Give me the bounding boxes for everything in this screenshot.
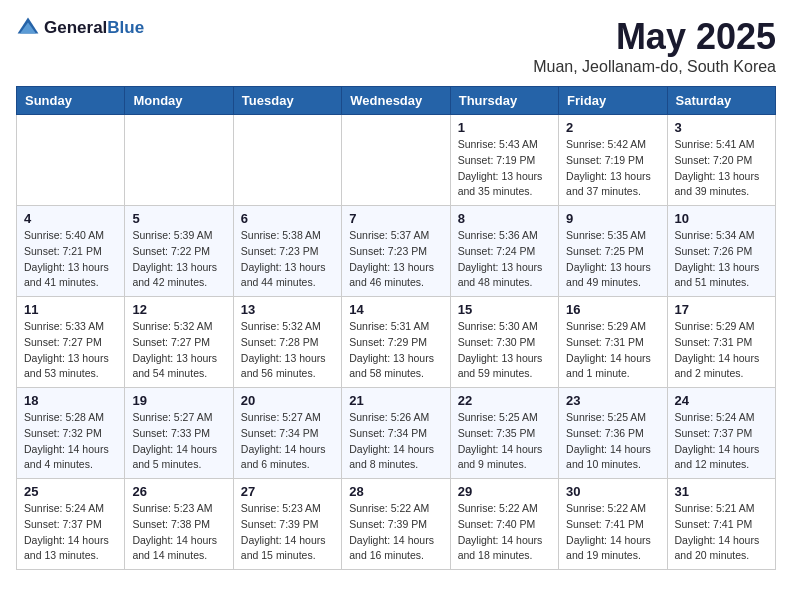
day-info: Sunrise: 5:31 AMSunset: 7:29 PMDaylight:… bbox=[349, 319, 442, 382]
day-cell: 30Sunrise: 5:22 AMSunset: 7:41 PMDayligh… bbox=[559, 479, 667, 570]
day-info: Sunrise: 5:23 AMSunset: 7:38 PMDaylight:… bbox=[132, 501, 225, 564]
day-cell: 24Sunrise: 5:24 AMSunset: 7:37 PMDayligh… bbox=[667, 388, 775, 479]
day-cell: 9Sunrise: 5:35 AMSunset: 7:25 PMDaylight… bbox=[559, 206, 667, 297]
day-info: Sunrise: 5:26 AMSunset: 7:34 PMDaylight:… bbox=[349, 410, 442, 473]
day-number: 20 bbox=[241, 393, 334, 408]
day-info: Sunrise: 5:37 AMSunset: 7:23 PMDaylight:… bbox=[349, 228, 442, 291]
day-number: 23 bbox=[566, 393, 659, 408]
week-row-2: 4Sunrise: 5:40 AMSunset: 7:21 PMDaylight… bbox=[17, 206, 776, 297]
day-info: Sunrise: 5:34 AMSunset: 7:26 PMDaylight:… bbox=[675, 228, 768, 291]
weekday-header-saturday: Saturday bbox=[667, 87, 775, 115]
day-info: Sunrise: 5:39 AMSunset: 7:22 PMDaylight:… bbox=[132, 228, 225, 291]
day-number: 17 bbox=[675, 302, 768, 317]
day-info: Sunrise: 5:40 AMSunset: 7:21 PMDaylight:… bbox=[24, 228, 117, 291]
day-number: 1 bbox=[458, 120, 551, 135]
day-number: 14 bbox=[349, 302, 442, 317]
day-cell: 26Sunrise: 5:23 AMSunset: 7:38 PMDayligh… bbox=[125, 479, 233, 570]
day-number: 5 bbox=[132, 211, 225, 226]
day-cell: 20Sunrise: 5:27 AMSunset: 7:34 PMDayligh… bbox=[233, 388, 341, 479]
title-area: May 2025 Muan, Jeollanam-do, South Korea bbox=[533, 16, 776, 76]
day-cell: 19Sunrise: 5:27 AMSunset: 7:33 PMDayligh… bbox=[125, 388, 233, 479]
day-info: Sunrise: 5:29 AMSunset: 7:31 PMDaylight:… bbox=[566, 319, 659, 382]
day-number: 7 bbox=[349, 211, 442, 226]
day-info: Sunrise: 5:24 AMSunset: 7:37 PMDaylight:… bbox=[24, 501, 117, 564]
day-info: Sunrise: 5:38 AMSunset: 7:23 PMDaylight:… bbox=[241, 228, 334, 291]
day-info: Sunrise: 5:21 AMSunset: 7:41 PMDaylight:… bbox=[675, 501, 768, 564]
weekday-header-sunday: Sunday bbox=[17, 87, 125, 115]
day-cell: 28Sunrise: 5:22 AMSunset: 7:39 PMDayligh… bbox=[342, 479, 450, 570]
day-cell: 22Sunrise: 5:25 AMSunset: 7:35 PMDayligh… bbox=[450, 388, 558, 479]
day-cell: 3Sunrise: 5:41 AMSunset: 7:20 PMDaylight… bbox=[667, 115, 775, 206]
day-info: Sunrise: 5:22 AMSunset: 7:41 PMDaylight:… bbox=[566, 501, 659, 564]
day-cell: 29Sunrise: 5:22 AMSunset: 7:40 PMDayligh… bbox=[450, 479, 558, 570]
day-info: Sunrise: 5:33 AMSunset: 7:27 PMDaylight:… bbox=[24, 319, 117, 382]
logo-icon bbox=[16, 16, 40, 40]
weekday-header-row: SundayMondayTuesdayWednesdayThursdayFrid… bbox=[17, 87, 776, 115]
day-cell: 15Sunrise: 5:30 AMSunset: 7:30 PMDayligh… bbox=[450, 297, 558, 388]
day-cell: 27Sunrise: 5:23 AMSunset: 7:39 PMDayligh… bbox=[233, 479, 341, 570]
day-cell: 10Sunrise: 5:34 AMSunset: 7:26 PMDayligh… bbox=[667, 206, 775, 297]
day-cell bbox=[342, 115, 450, 206]
day-info: Sunrise: 5:35 AMSunset: 7:25 PMDaylight:… bbox=[566, 228, 659, 291]
day-cell: 11Sunrise: 5:33 AMSunset: 7:27 PMDayligh… bbox=[17, 297, 125, 388]
weekday-header-thursday: Thursday bbox=[450, 87, 558, 115]
day-info: Sunrise: 5:22 AMSunset: 7:40 PMDaylight:… bbox=[458, 501, 551, 564]
day-number: 18 bbox=[24, 393, 117, 408]
day-number: 29 bbox=[458, 484, 551, 499]
day-number: 4 bbox=[24, 211, 117, 226]
day-info: Sunrise: 5:23 AMSunset: 7:39 PMDaylight:… bbox=[241, 501, 334, 564]
day-number: 25 bbox=[24, 484, 117, 499]
day-info: Sunrise: 5:42 AMSunset: 7:19 PMDaylight:… bbox=[566, 137, 659, 200]
day-number: 3 bbox=[675, 120, 768, 135]
day-cell: 14Sunrise: 5:31 AMSunset: 7:29 PMDayligh… bbox=[342, 297, 450, 388]
day-cell: 23Sunrise: 5:25 AMSunset: 7:36 PMDayligh… bbox=[559, 388, 667, 479]
page-header: GeneralBlue May 2025 Muan, Jeollanam-do,… bbox=[16, 16, 776, 76]
day-info: Sunrise: 5:43 AMSunset: 7:19 PMDaylight:… bbox=[458, 137, 551, 200]
day-info: Sunrise: 5:24 AMSunset: 7:37 PMDaylight:… bbox=[675, 410, 768, 473]
day-cell: 6Sunrise: 5:38 AMSunset: 7:23 PMDaylight… bbox=[233, 206, 341, 297]
day-number: 24 bbox=[675, 393, 768, 408]
day-number: 8 bbox=[458, 211, 551, 226]
logo: GeneralBlue bbox=[16, 16, 144, 40]
day-cell: 12Sunrise: 5:32 AMSunset: 7:27 PMDayligh… bbox=[125, 297, 233, 388]
day-number: 31 bbox=[675, 484, 768, 499]
day-number: 27 bbox=[241, 484, 334, 499]
weekday-header-monday: Monday bbox=[125, 87, 233, 115]
day-cell bbox=[125, 115, 233, 206]
day-number: 6 bbox=[241, 211, 334, 226]
day-info: Sunrise: 5:30 AMSunset: 7:30 PMDaylight:… bbox=[458, 319, 551, 382]
day-cell: 13Sunrise: 5:32 AMSunset: 7:28 PMDayligh… bbox=[233, 297, 341, 388]
day-info: Sunrise: 5:32 AMSunset: 7:27 PMDaylight:… bbox=[132, 319, 225, 382]
day-cell: 21Sunrise: 5:26 AMSunset: 7:34 PMDayligh… bbox=[342, 388, 450, 479]
weekday-header-tuesday: Tuesday bbox=[233, 87, 341, 115]
day-cell bbox=[17, 115, 125, 206]
day-number: 10 bbox=[675, 211, 768, 226]
day-info: Sunrise: 5:29 AMSunset: 7:31 PMDaylight:… bbox=[675, 319, 768, 382]
day-info: Sunrise: 5:22 AMSunset: 7:39 PMDaylight:… bbox=[349, 501, 442, 564]
day-cell: 8Sunrise: 5:36 AMSunset: 7:24 PMDaylight… bbox=[450, 206, 558, 297]
day-number: 22 bbox=[458, 393, 551, 408]
day-info: Sunrise: 5:32 AMSunset: 7:28 PMDaylight:… bbox=[241, 319, 334, 382]
day-cell: 2Sunrise: 5:42 AMSunset: 7:19 PMDaylight… bbox=[559, 115, 667, 206]
logo-blue: Blue bbox=[107, 18, 144, 37]
day-cell: 31Sunrise: 5:21 AMSunset: 7:41 PMDayligh… bbox=[667, 479, 775, 570]
day-number: 11 bbox=[24, 302, 117, 317]
calendar-table: SundayMondayTuesdayWednesdayThursdayFrid… bbox=[16, 86, 776, 570]
day-number: 26 bbox=[132, 484, 225, 499]
day-number: 30 bbox=[566, 484, 659, 499]
day-cell: 4Sunrise: 5:40 AMSunset: 7:21 PMDaylight… bbox=[17, 206, 125, 297]
day-info: Sunrise: 5:27 AMSunset: 7:34 PMDaylight:… bbox=[241, 410, 334, 473]
day-number: 15 bbox=[458, 302, 551, 317]
day-cell: 25Sunrise: 5:24 AMSunset: 7:37 PMDayligh… bbox=[17, 479, 125, 570]
day-info: Sunrise: 5:36 AMSunset: 7:24 PMDaylight:… bbox=[458, 228, 551, 291]
day-info: Sunrise: 5:25 AMSunset: 7:35 PMDaylight:… bbox=[458, 410, 551, 473]
day-number: 16 bbox=[566, 302, 659, 317]
week-row-4: 18Sunrise: 5:28 AMSunset: 7:32 PMDayligh… bbox=[17, 388, 776, 479]
day-cell bbox=[233, 115, 341, 206]
day-number: 12 bbox=[132, 302, 225, 317]
day-cell: 7Sunrise: 5:37 AMSunset: 7:23 PMDaylight… bbox=[342, 206, 450, 297]
day-cell: 18Sunrise: 5:28 AMSunset: 7:32 PMDayligh… bbox=[17, 388, 125, 479]
day-info: Sunrise: 5:25 AMSunset: 7:36 PMDaylight:… bbox=[566, 410, 659, 473]
day-number: 21 bbox=[349, 393, 442, 408]
weekday-header-wednesday: Wednesday bbox=[342, 87, 450, 115]
